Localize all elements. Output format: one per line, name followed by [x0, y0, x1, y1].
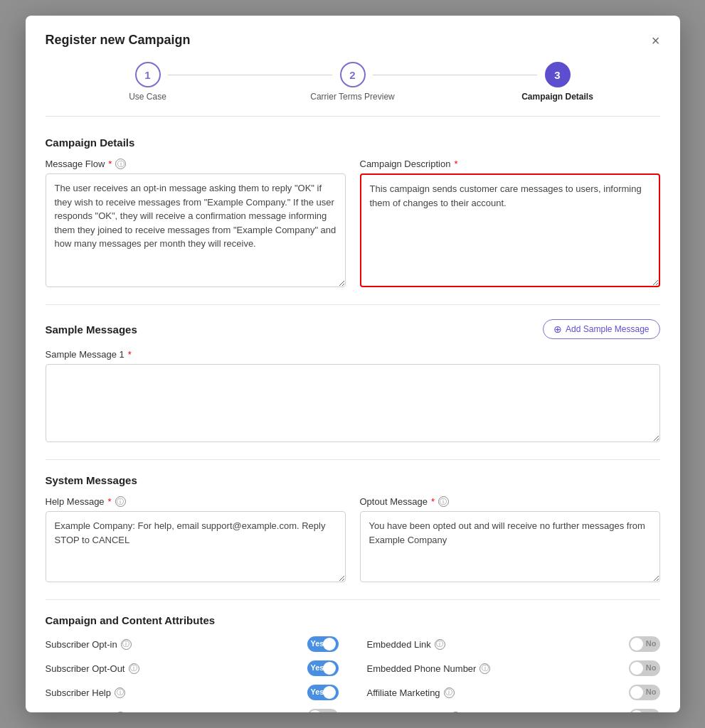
subscriber-opt-out-label: Subscriber Opt-Out ⓘ: [46, 663, 139, 674]
affiliate-marketing-row: Affiliate Marketing ⓘ No: [367, 685, 660, 700]
embedded-phone-row: Embedded Phone Number ⓘ No: [367, 660, 660, 676]
help-message-label: Help Message * ⓘ: [46, 496, 346, 507]
plus-icon: ⊕: [553, 323, 562, 335]
age-gated-info-icon[interactable]: ⓘ: [450, 712, 461, 713]
subscriber-opt-out-info-icon[interactable]: ⓘ: [129, 663, 139, 674]
age-gated-switch[interactable]: No: [629, 709, 660, 712]
optout-info-icon[interactable]: ⓘ: [438, 496, 449, 507]
optout-message-label: Optout Message * ⓘ: [360, 496, 660, 507]
message-flow-label: Message Flow * ⓘ: [46, 159, 346, 169]
help-message-textarea[interactable]: [46, 511, 346, 582]
message-flow-col: Message Flow * ⓘ: [46, 159, 346, 290]
sample-messages-header: Sample Messages ⊕ Add Sample Message: [46, 319, 660, 339]
step-3-circle: 3: [545, 62, 571, 87]
embedded-link-toggle[interactable]: No: [629, 636, 660, 652]
number-pooling-row: Number Pooling ⓘ No: [46, 709, 339, 712]
system-messages-title: System Messages: [46, 474, 660, 486]
number-pooling-toggle[interactable]: No: [307, 709, 339, 712]
optout-message-textarea[interactable]: [360, 511, 660, 582]
modal-title: Register new Campaign: [46, 33, 191, 48]
message-flow-required: *: [108, 159, 112, 169]
age-gated-toggle[interactable]: No: [629, 709, 660, 712]
embedded-link-info-icon[interactable]: ⓘ: [435, 639, 445, 650]
embedded-phone-info-icon[interactable]: ⓘ: [479, 663, 490, 674]
embedded-link-label: Embedded Link ⓘ: [367, 639, 445, 650]
subscriber-opt-in-info-icon[interactable]: ⓘ: [121, 639, 132, 650]
campaign-description-label: Campaign Description *: [360, 159, 660, 169]
step-3-label: Campaign Details: [521, 92, 593, 102]
subscriber-help-row: Subscriber Help ⓘ Yes: [46, 685, 339, 700]
subscriber-opt-out-switch[interactable]: Yes: [307, 660, 339, 676]
subscriber-help-label: Subscriber Help ⓘ: [46, 687, 126, 698]
divider-3: [46, 599, 660, 600]
close-button[interactable]: ×: [652, 33, 660, 48]
attributes-title: Campaign and Content Attributes: [46, 614, 660, 626]
optout-message-col: Optout Message * ⓘ: [360, 496, 660, 585]
optout-required: *: [431, 496, 435, 507]
embedded-phone-toggle[interactable]: No: [629, 660, 660, 676]
message-flow-description-row: Message Flow * ⓘ Campaign Description *: [46, 159, 660, 290]
embedded-phone-switch[interactable]: No: [629, 660, 660, 676]
step-2-circle: 2: [340, 62, 366, 87]
message-flow-info-icon[interactable]: ⓘ: [115, 159, 126, 169]
help-message-col: Help Message * ⓘ: [46, 496, 346, 585]
age-gated-label: Age-Gated Content ⓘ: [367, 712, 461, 713]
step-1-label: Use Case: [129, 92, 166, 102]
affiliate-marketing-switch[interactable]: No: [629, 685, 660, 700]
attributes-left: Subscriber Opt-in ⓘ Yes Subscrib: [46, 636, 339, 712]
campaign-details-title: Campaign Details: [46, 136, 660, 149]
step-1: 1 Use Case: [46, 62, 250, 102]
number-pooling-info-icon[interactable]: ⓘ: [115, 712, 126, 713]
affiliate-marketing-label: Affiliate Marketing ⓘ: [367, 687, 455, 698]
embedded-link-row: Embedded Link ⓘ No: [367, 636, 660, 652]
sample-message-1-required: *: [128, 349, 132, 360]
campaign-details-section: Campaign Details Message Flow * ⓘ Campai…: [46, 136, 660, 290]
sample-message-1-textarea[interactable]: [46, 364, 660, 442]
subscriber-help-switch[interactable]: Yes: [307, 685, 339, 700]
embedded-link-switch[interactable]: No: [629, 636, 660, 652]
affiliate-marketing-toggle[interactable]: No: [629, 685, 660, 700]
help-info-icon[interactable]: ⓘ: [115, 496, 126, 507]
attributes-columns: Subscriber Opt-in ⓘ Yes Subscrib: [46, 636, 660, 712]
system-messages-row: Help Message * ⓘ Optout Message * ⓘ: [46, 496, 660, 585]
step-3: 3 Campaign Details: [455, 62, 660, 102]
step-1-circle: 1: [135, 62, 161, 87]
number-pooling-label: Number Pooling ⓘ: [46, 712, 126, 713]
stepper: 1 Use Case 2 Carrier Terms Preview 3 Cam…: [46, 62, 660, 117]
sample-messages-title: Sample Messages: [46, 323, 137, 336]
age-gated-row: Age-Gated Content ⓘ No: [367, 709, 660, 712]
system-messages-section: System Messages Help Message * ⓘ Optout …: [46, 474, 660, 585]
message-flow-textarea[interactable]: [46, 173, 346, 287]
subscriber-help-toggle[interactable]: Yes: [307, 685, 339, 700]
register-campaign-modal: Register new Campaign × 1 Use Case 2 Car…: [26, 16, 680, 712]
number-pooling-switch[interactable]: No: [307, 709, 339, 712]
divider-2: [46, 459, 660, 460]
subscriber-opt-in-toggle[interactable]: Yes: [307, 636, 339, 652]
step-2: 2 Carrier Terms Preview: [250, 62, 455, 102]
subscriber-opt-out-toggle[interactable]: Yes: [307, 660, 339, 676]
sample-messages-section: Sample Messages ⊕ Add Sample Message Sam…: [46, 319, 660, 445]
sample-message-1-field: Sample Message 1 *: [46, 349, 660, 445]
campaign-description-required: *: [454, 159, 457, 169]
subscriber-opt-in-label: Subscriber Opt-in ⓘ: [46, 639, 132, 650]
sample-message-1-label: Sample Message 1 *: [46, 349, 660, 360]
attributes-right: Embedded Link ⓘ No Embedded Phon: [367, 636, 660, 712]
campaign-description-col: Campaign Description *: [360, 159, 660, 290]
help-required: *: [108, 496, 112, 507]
subscriber-help-info-icon[interactable]: ⓘ: [115, 687, 125, 698]
add-sample-message-button[interactable]: ⊕ Add Sample Message: [543, 319, 659, 339]
campaign-description-textarea[interactable]: [360, 173, 660, 287]
embedded-phone-label: Embedded Phone Number ⓘ: [367, 663, 491, 674]
subscriber-opt-in-row: Subscriber Opt-in ⓘ Yes: [46, 636, 339, 652]
subscriber-opt-out-row: Subscriber Opt-Out ⓘ Yes: [46, 660, 339, 676]
divider-1: [46, 304, 660, 305]
attributes-section: Campaign and Content Attributes Subscrib…: [46, 614, 660, 712]
step-2-label: Carrier Terms Preview: [310, 92, 394, 102]
affiliate-marketing-info-icon[interactable]: ⓘ: [444, 687, 455, 698]
modal-header: Register new Campaign ×: [46, 33, 660, 48]
subscriber-opt-in-switch[interactable]: Yes: [307, 636, 339, 652]
